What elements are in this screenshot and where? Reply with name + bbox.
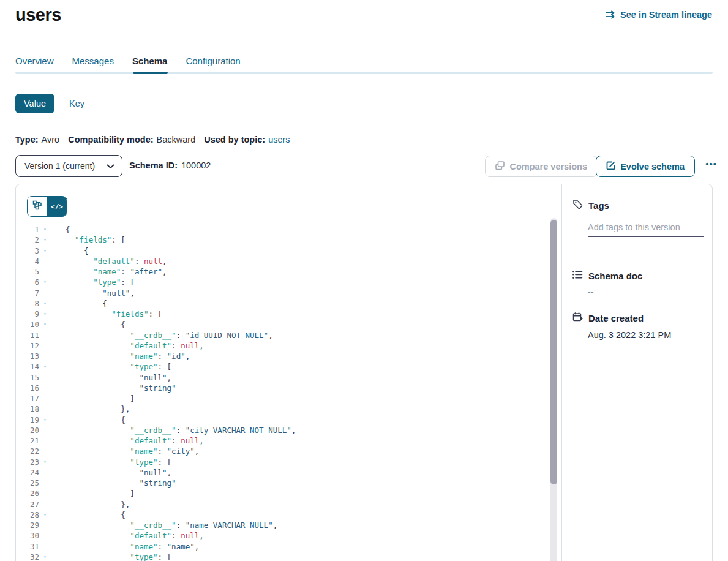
- code-line: 16 "string": [16, 383, 561, 393]
- code-line-text: "__crdb__": "id UUID NOT NULL",: [51, 330, 273, 341]
- code-line-text: "null",: [51, 372, 171, 383]
- code-line-text: "__crdb__": "city VARCHAR NOT NULL",: [51, 425, 296, 435]
- active-tab-indicator: [133, 72, 168, 74]
- fold-toggle-icon[interactable]: ▾: [39, 457, 51, 467]
- fold-toggle-icon[interactable]: ▾: [39, 224, 51, 235]
- fold-toggle-icon[interactable]: ▾: [39, 319, 51, 329]
- schema-card: </> 1▾{2▾ "fields": [3▾ {4 "default": nu…: [15, 184, 713, 561]
- version-select[interactable]: Version 1 (current): [15, 155, 122, 177]
- line-number: 20: [16, 425, 39, 435]
- calendar-add-icon: [572, 312, 583, 324]
- code-line-text: {: [51, 224, 70, 235]
- code-line-text: {: [51, 298, 107, 309]
- code-line-text: "default": null,: [51, 341, 204, 351]
- fold-toggle-icon[interactable]: ▾: [39, 298, 51, 309]
- line-number: 17: [16, 393, 39, 404]
- code-line-text: },: [51, 499, 130, 510]
- more-options-button[interactable]: •••: [705, 159, 717, 169]
- line-number: 19: [16, 415, 39, 425]
- line-number: 22: [16, 446, 39, 456]
- fold-toggle-icon[interactable]: ▾: [39, 309, 51, 319]
- compatibility-meta: Compatibility mode: Backward: [68, 135, 195, 145]
- tab-schema[interactable]: Schema: [132, 56, 168, 66]
- topic-link[interactable]: users: [268, 135, 290, 145]
- code-line: 30 "default": null,: [16, 530, 561, 541]
- add-tags-input[interactable]: [588, 222, 704, 237]
- line-number: 21: [16, 435, 39, 446]
- fold-spacer: [39, 372, 51, 383]
- code-view-icon: </>: [51, 203, 63, 211]
- code-line: 23▾ "type": [: [16, 457, 561, 467]
- sidebar-divider: [572, 252, 700, 252]
- code-line: 22 "name": "city",: [16, 446, 561, 456]
- line-number: 1: [16, 224, 39, 235]
- code-line: 10▾ {: [16, 319, 561, 329]
- code-line: 25 "string": [16, 478, 561, 488]
- tags-title: Tags: [588, 200, 609, 211]
- code-line: 32▾ "type": [: [16, 552, 561, 561]
- line-number: 31: [16, 541, 39, 552]
- code-line: 26 ]: [16, 488, 561, 499]
- code-line-text: {: [51, 319, 126, 329]
- code-line: 31 "name": "name",: [16, 541, 561, 552]
- fold-spacer: [39, 288, 51, 298]
- fold-spacer: [39, 341, 51, 351]
- editor-scrollbar-track[interactable]: [550, 218, 557, 561]
- line-number: 2: [16, 235, 39, 245]
- tab-configuration[interactable]: Configuration: [186, 56, 240, 66]
- code-line-text: "name": "name",: [51, 541, 199, 552]
- tab-overview[interactable]: Overview: [15, 56, 54, 66]
- see-in-stream-lineage-link[interactable]: See in Stream lineage: [606, 10, 712, 20]
- code-line: 7 "null",: [16, 288, 561, 298]
- fold-toggle-icon[interactable]: ▾: [39, 552, 51, 561]
- code-line-text: "fields": [: [51, 309, 162, 319]
- line-number: 10: [16, 319, 39, 329]
- schema-code-panel: </> 1▾{2▾ "fields": [3▾ {4 "default": nu…: [16, 184, 562, 561]
- code-lines: 1▾{2▾ "fields": [3▾ {4 "default": null,5…: [16, 224, 561, 561]
- value-toggle-button[interactable]: Value: [15, 94, 54, 113]
- code-line-text: {: [51, 246, 89, 256]
- fold-spacer: [39, 520, 51, 530]
- evolve-schema-button[interactable]: Evolve schema: [596, 156, 695, 177]
- page-title: users: [15, 5, 61, 25]
- code-line: 21 "default": null,: [16, 435, 561, 446]
- editor-scrollbar-thumb[interactable]: [550, 220, 557, 484]
- type-meta: Type: Avro: [15, 135, 59, 145]
- fold-toggle-icon[interactable]: ▾: [39, 361, 51, 372]
- tree-view-icon: [32, 200, 42, 213]
- fold-spacer: [39, 435, 51, 446]
- fold-spacer: [39, 499, 51, 510]
- line-number: 14: [16, 361, 39, 372]
- line-number: 3: [16, 246, 39, 256]
- line-number: 15: [16, 372, 39, 383]
- code-line-text: "null",: [51, 288, 135, 298]
- date-created-title: Date created: [588, 313, 644, 323]
- line-number: 16: [16, 383, 39, 393]
- code-line: 17 ]: [16, 393, 561, 404]
- fold-spacer: [39, 446, 51, 456]
- value-key-toggle: Value Key: [15, 94, 84, 113]
- fold-toggle-icon[interactable]: ▾: [39, 277, 51, 287]
- code-line-text: ]: [51, 393, 135, 404]
- code-line: 14▾ "type": [: [16, 361, 561, 372]
- fold-toggle-icon[interactable]: ▾: [39, 235, 51, 245]
- code-line: 12 "default": null,: [16, 341, 561, 351]
- code-line: 15 "null",: [16, 372, 561, 383]
- code-line: 5 "name": "after",: [16, 266, 561, 277]
- code-line: 3▾ {: [16, 246, 561, 256]
- schema-controls-row: Version 1 (current) Schema ID: 100002 Co…: [0, 155, 728, 177]
- fold-toggle-icon[interactable]: ▾: [39, 246, 51, 256]
- code-line-text: "name": "id",: [51, 351, 190, 361]
- fold-spacer: [39, 488, 51, 499]
- key-toggle-button[interactable]: Key: [69, 99, 84, 108]
- line-number: 24: [16, 467, 39, 478]
- tree-view-button[interactable]: [28, 197, 47, 216]
- code-view-button[interactable]: </>: [47, 197, 67, 216]
- code-line-text: "type": [: [51, 457, 171, 467]
- tab-messages[interactable]: Messages: [72, 56, 114, 66]
- tab-underline-track: [15, 72, 713, 74]
- schema-id-value: 100002: [181, 160, 211, 170]
- fold-toggle-icon[interactable]: ▾: [39, 510, 51, 520]
- fold-toggle-icon[interactable]: ▾: [39, 415, 51, 425]
- compare-versions-button[interactable]: Compare versions: [485, 156, 598, 177]
